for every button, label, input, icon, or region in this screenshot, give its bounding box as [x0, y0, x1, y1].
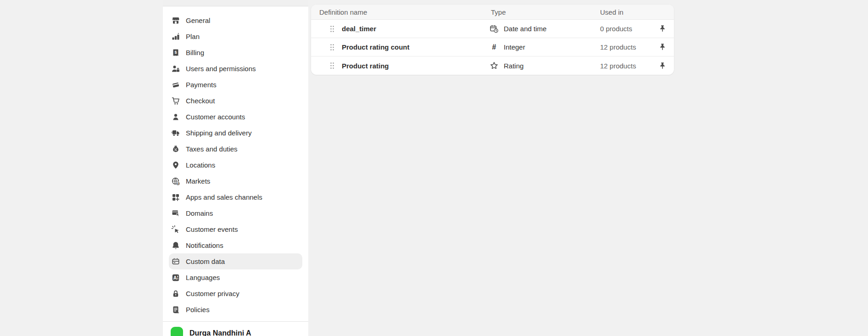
- hash-icon: #: [490, 43, 499, 52]
- user-account-row[interactable]: Durga Nandhini A: [169, 327, 302, 336]
- sidebar-item-domains[interactable]: Domains: [169, 205, 302, 221]
- database-icon: [171, 257, 180, 266]
- sidebar-item-notifications[interactable]: Notifications: [169, 237, 302, 253]
- sidebar-item-checkout[interactable]: Checkout: [169, 93, 302, 109]
- sidebar-header-divider: [163, 0, 308, 6]
- pin-button[interactable]: [659, 43, 666, 51]
- globe-dollar-icon: $: [171, 177, 180, 186]
- users-lock-icon: [171, 64, 180, 73]
- store-icon: [171, 16, 180, 25]
- metafield-definitions-table: Definition name Type Used in deal_timer …: [311, 5, 674, 75]
- cart-icon: [171, 96, 180, 106]
- drag-handle-icon[interactable]: [329, 61, 335, 70]
- payment-card-icon: [171, 80, 180, 90]
- sidebar-item-users-and-permissions[interactable]: Users and permissions: [169, 61, 302, 77]
- pin-icon: [659, 43, 666, 51]
- sidebar-item-label: Customer events: [186, 225, 238, 233]
- used-in-count: 0 products: [600, 25, 632, 33]
- sidebar-item-customer-events[interactable]: Customer events: [169, 221, 302, 237]
- translate-icon: A: [171, 273, 180, 282]
- drag-handle-icon[interactable]: [329, 24, 335, 34]
- sidebar-item-label: Shipping and delivery: [186, 129, 251, 137]
- settings-nav: General Plan $ Billing Users and permiss…: [163, 12, 308, 318]
- sidebar-item-apps-and-sales-channels[interactable]: Apps and sales channels: [169, 189, 302, 205]
- sidebar-item-label: Domains: [186, 209, 213, 217]
- svg-text:A: A: [173, 274, 177, 280]
- sidebar-item-label: Taxes and duties: [186, 145, 238, 153]
- settings-page: { "page": { "background_color": "#f1f1f1…: [0, 0, 868, 336]
- svg-text:$: $: [174, 50, 177, 54]
- table-header-row: Definition name Type Used in: [311, 5, 674, 20]
- sidebar-item-label: Languages: [186, 274, 220, 281]
- drag-handle-icon[interactable]: [329, 43, 335, 52]
- type-label: Integer: [504, 43, 525, 51]
- sidebar-footer-divider: [163, 321, 308, 322]
- sidebar-item-payments[interactable]: Payments: [169, 77, 302, 93]
- svg-text:$: $: [177, 182, 179, 185]
- apps-grid-icon: [171, 193, 180, 202]
- sidebar-item-markets[interactable]: $ Markets: [169, 173, 302, 189]
- bell-icon: [171, 241, 180, 250]
- sidebar-item-custom-data[interactable]: Custom data: [169, 253, 302, 269]
- truck-icon: [171, 129, 180, 138]
- table-row-product-rating[interactable]: Product rating Rating 12 products: [311, 56, 674, 75]
- sidebar-item-label: Custom data: [186, 258, 225, 265]
- sidebar-item-label: Markets: [186, 177, 210, 185]
- browser-cursor-icon: [171, 209, 180, 218]
- sidebar-item-label: Notifications: [186, 241, 223, 249]
- definition-name: deal_timer: [342, 25, 376, 33]
- sidebar-item-label: Customer privacy: [186, 290, 239, 297]
- sidebar-item-locations[interactable]: Locations: [169, 157, 302, 173]
- sidebar-item-general[interactable]: General: [169, 12, 302, 28]
- definition-name: Product rating: [342, 62, 389, 70]
- sidebar-item-label: Users and permissions: [186, 65, 256, 73]
- table-row-deal-timer[interactable]: deal_timer Date and time 0 products: [311, 20, 674, 38]
- column-header-type: Type: [491, 8, 600, 16]
- plan-icon: [171, 32, 180, 41]
- sidebar-item-taxes-and-duties[interactable]: Taxes and duties: [169, 141, 302, 157]
- column-header-definition-name: Definition name: [311, 8, 491, 16]
- sidebar-item-label: Billing: [186, 49, 204, 56]
- document-icon: [171, 305, 180, 314]
- pin-button[interactable]: [659, 25, 666, 33]
- billing-icon: $: [171, 48, 180, 57]
- star-icon: [490, 61, 499, 70]
- money-bag-percent-icon: [171, 145, 180, 154]
- settings-sidebar: General Plan $ Billing Users and permiss…: [163, 0, 308, 336]
- pin-button[interactable]: [659, 62, 666, 70]
- sidebar-item-label: Customer accounts: [186, 113, 245, 121]
- sidebar-item-billing[interactable]: $ Billing: [169, 45, 302, 61]
- sidebar-item-policies[interactable]: Policies: [169, 302, 302, 318]
- table-row-product-rating-count[interactable]: Product rating count # Integer 12 produc…: [311, 38, 674, 56]
- lock-icon: [171, 289, 180, 298]
- type-label: Date and time: [504, 25, 546, 33]
- sidebar-item-label: Checkout: [186, 97, 215, 105]
- map-pin-icon: [171, 161, 180, 170]
- definition-name: Product rating count: [342, 43, 410, 51]
- sidebar-item-label: Plan: [186, 33, 200, 40]
- cursor-click-icon: [171, 225, 180, 234]
- sidebar-item-customer-accounts[interactable]: Customer accounts: [169, 109, 302, 125]
- sidebar-item-label: General: [186, 17, 210, 24]
- sidebar-item-languages[interactable]: A Languages: [169, 269, 302, 286]
- pin-icon: [659, 62, 666, 70]
- sidebar-item-label: Locations: [186, 161, 215, 169]
- sidebar-item-label: Payments: [186, 81, 217, 89]
- person-icon: [171, 112, 180, 122]
- used-in-count: 12 products: [600, 43, 636, 51]
- sidebar-item-shipping-and-delivery[interactable]: Shipping and delivery: [169, 125, 302, 141]
- calendar-clock-icon: [490, 24, 499, 34]
- sidebar-item-plan[interactable]: Plan: [169, 28, 302, 45]
- type-label: Rating: [504, 62, 523, 70]
- svg-text:#: #: [492, 43, 496, 51]
- user-name: Durga Nandhini A: [189, 329, 251, 336]
- avatar: [171, 327, 183, 336]
- sidebar-item-customer-privacy[interactable]: Customer privacy: [169, 286, 302, 302]
- sidebar-item-label: Policies: [186, 306, 210, 314]
- used-in-count: 12 products: [600, 62, 636, 70]
- pin-icon: [659, 25, 666, 33]
- column-header-used-in: Used in: [600, 8, 674, 16]
- sidebar-item-label: Apps and sales channels: [186, 193, 262, 201]
